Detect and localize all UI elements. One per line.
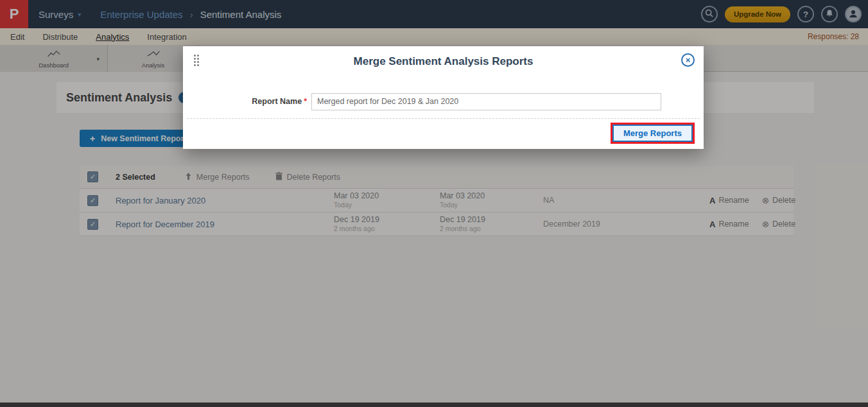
required-asterisk: * [304,97,307,106]
modal-footer-divider [187,118,700,119]
report-name-label: Report Name* [183,97,307,106]
report-name-label-text: Report Name [252,97,302,106]
merge-button-highlight: Merge Reports [611,123,695,144]
modal-title: Merge Sentiment Analysis Reports [183,55,704,68]
close-icon: × [686,56,691,64]
report-name-field-row: Report Name* [183,92,704,110]
app-window: P Surveys ▾ Enterprise Updates › Sentime… [0,0,868,407]
close-button[interactable]: × [681,53,695,67]
merge-reports-button[interactable]: Merge Reports [612,125,693,142]
report-name-input[interactable] [311,93,661,110]
merge-reports-modal: Merge Sentiment Analysis Reports × Repor… [183,46,704,149]
